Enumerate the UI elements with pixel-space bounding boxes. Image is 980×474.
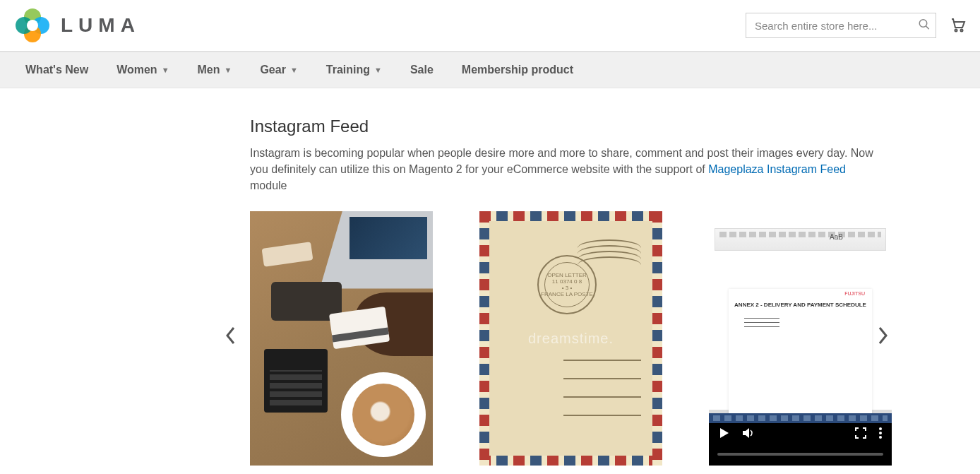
stamp-line: OPEN LETTER — [541, 272, 593, 278]
postmark-waves — [578, 239, 641, 268]
search-wrap — [746, 13, 936, 38]
chevron-down-icon: ▼ — [290, 66, 298, 74]
chevron-down-icon: ▼ — [162, 66, 169, 74]
laptop-graphic — [320, 211, 433, 289]
stamp-line: FRANCE LA POSTE — [541, 291, 593, 297]
nav-label: Sale — [410, 64, 434, 76]
cart-button[interactable] — [949, 16, 966, 35]
main-content: Instagram Feed Instagram is becoming pop… — [84, 88, 896, 474]
feed-item-3[interactable]: FUJITSU ANNEX 2 - DELIVERY AND PAYMENT S… — [709, 211, 892, 466]
play-icon[interactable] — [719, 427, 730, 442]
coffee-cup-graphic — [341, 372, 426, 457]
cart-icon — [949, 16, 966, 33]
stamp-text: OPEN LETTER 11 0374 0 8 • 3 • FRANCE LA … — [541, 272, 593, 297]
nav-label: Training — [326, 64, 370, 76]
svg-line-6 — [926, 26, 929, 29]
section-title: Instagram Feed — [250, 117, 882, 136]
logo-text: LUMA — [61, 14, 141, 37]
logo-link[interactable]: LUMA — [14, 7, 141, 44]
svg-point-7 — [955, 29, 957, 31]
player-controls — [709, 427, 892, 442]
nav-sale[interactable]: Sale — [396, 52, 448, 88]
feed-item-1[interactable] — [250, 211, 433, 466]
chevron-left-icon — [225, 326, 237, 345]
nav-label: Women — [116, 64, 157, 76]
feed-carousel: OPEN LETTER 11 0374 0 8 • 3 • FRANCE LA … — [250, 211, 882, 466]
nav-label: Gear — [260, 64, 285, 76]
volume-icon[interactable] — [743, 427, 755, 442]
svg-marker-9 — [720, 428, 729, 438]
more-icon[interactable] — [879, 427, 882, 442]
credit-card-graphic — [329, 306, 390, 349]
nav-men[interactable]: Men▼ — [184, 52, 246, 88]
header-actions — [746, 13, 966, 38]
svg-point-11 — [879, 427, 882, 430]
svg-point-13 — [879, 436, 882, 439]
feed-items: OPEN LETTER 11 0374 0 8 • 3 • FRANCE LA … — [250, 211, 892, 466]
nav-label: What's New — [25, 64, 88, 76]
doc-heading: ANNEX 2 - DELIVERY AND PAYMENT SCHEDULE — [729, 302, 872, 308]
stamp-line: • 3 • — [541, 285, 593, 291]
document-page: FUJITSU ANNEX 2 - DELIVERY AND PAYMENT S… — [729, 289, 872, 416]
progress-bar[interactable] — [717, 453, 883, 456]
desc-text: module — [250, 179, 287, 191]
eraser-graphic — [262, 242, 313, 266]
nav-whats-new[interactable]: What's New — [11, 52, 102, 88]
svg-point-8 — [961, 29, 963, 31]
address-lines — [563, 343, 641, 416]
svg-point-12 — [879, 432, 882, 434]
word-ribbon-graphic — [715, 228, 886, 251]
doc-logo: FUJITSU — [844, 291, 865, 296]
svg-point-4 — [27, 20, 38, 31]
search-input[interactable] — [746, 13, 936, 38]
nav-label: Men — [198, 64, 220, 76]
svg-marker-10 — [743, 428, 749, 438]
mageplaza-link[interactable]: Mageplaza Instagram Feed — [708, 163, 846, 175]
stamp-line: 11 0374 0 8 — [541, 278, 593, 285]
svg-point-5 — [919, 20, 927, 28]
section-description: Instagram is becoming popular when peopl… — [250, 145, 882, 194]
watermark-text: dreamstime. — [528, 330, 614, 346]
carousel-next-button[interactable] — [871, 320, 895, 356]
nav-women[interactable]: Women▼ — [102, 52, 183, 88]
nav-membership[interactable]: Membership product — [448, 52, 587, 88]
logo-icon — [14, 7, 51, 44]
video-player-bar — [709, 423, 892, 466]
card-terminal-graphic — [264, 349, 328, 413]
fullscreen-icon[interactable] — [855, 427, 866, 442]
nav-training[interactable]: Training▼ — [312, 52, 396, 88]
taskbar-graphic — [709, 413, 892, 423]
chevron-right-icon — [876, 326, 889, 345]
doc-body-lines — [744, 314, 779, 327]
carousel-prev-button[interactable] — [219, 320, 243, 356]
site-header: LUMA — [0, 0, 980, 52]
feed-item-2[interactable]: OPEN LETTER 11 0374 0 8 • 3 • FRANCE LA … — [479, 211, 662, 466]
nav-label: Membership product — [462, 64, 573, 76]
chevron-down-icon: ▼ — [225, 66, 232, 74]
search-button[interactable] — [918, 18, 931, 33]
nav-gear[interactable]: Gear▼ — [246, 52, 311, 88]
search-icon — [918, 18, 931, 31]
main-nav: What's New Women▼ Men▼ Gear▼ Training▼ S… — [0, 52, 980, 88]
chevron-down-icon: ▼ — [374, 66, 382, 74]
